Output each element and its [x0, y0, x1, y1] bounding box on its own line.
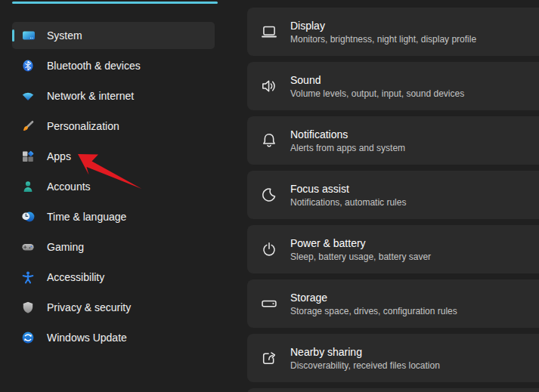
card-title: Focus assist: [290, 182, 406, 196]
bluetooth-icon: [21, 59, 35, 73]
power-icon: [260, 240, 278, 258]
sidebar-item-accounts[interactable]: Accounts: [12, 173, 215, 200]
sidebar-item-label: System: [47, 29, 82, 42]
apps-icon: [21, 150, 35, 163]
sidebar-item-apps[interactable]: Apps: [12, 143, 215, 170]
focus-assist-icon: [260, 186, 278, 204]
sidebar-item-accessibility[interactable]: Accessibility: [12, 264, 215, 291]
card-subtitle: Storage space, drives, configuration rul…: [290, 305, 457, 317]
sidebar-item-system[interactable]: System: [12, 22, 215, 49]
settings-sidebar: System Bluetooth & devices Networ: [0, 0, 246, 392]
card-title: Sound: [290, 73, 464, 88]
sidebar-item-label: Apps: [47, 150, 71, 162]
card-subtitle: Alerts from apps and system: [290, 142, 405, 154]
sidebar-item-label: Privacy & security: [47, 301, 131, 313]
card-title: Power & battery: [290, 236, 431, 251]
notifications-icon: [260, 131, 278, 150]
card-title: Nearby sharing: [290, 345, 440, 360]
card-subtitle: Discoverability, received files location: [290, 360, 440, 372]
card-focus-assist[interactable]: Focus assist Notifications, automatic ru…: [247, 171, 539, 219]
sidebar-item-label: Accessibility: [47, 271, 104, 283]
accounts-icon: [21, 180, 35, 193]
nearby-sharing-icon: [260, 349, 278, 367]
settings-card-partial[interactable]: [247, 388, 539, 392]
system-icon: [21, 29, 35, 42]
sidebar-item-bluetooth-devices[interactable]: Bluetooth & devices: [12, 52, 215, 79]
sidebar-item-label: Gaming: [47, 241, 84, 253]
sidebar-item-time-language[interactable]: Time & language: [12, 203, 215, 230]
sidebar-item-label: Personalization: [47, 120, 119, 132]
card-subtitle: Monitors, brightness, night light, displ…: [290, 33, 476, 45]
settings-card-list: Display Monitors, brightness, night ligh…: [247, 8, 539, 388]
card-subtitle: Notifications, automatic rules: [290, 196, 406, 208]
gaming-icon: [21, 240, 35, 254]
selection-indicator: [12, 29, 14, 42]
sidebar-item-personalization[interactable]: Personalization: [12, 113, 215, 140]
sidebar-item-network-internet[interactable]: Network & internet: [12, 82, 215, 110]
sidebar-nav: System Bluetooth & devices Networ: [12, 22, 215, 354]
storage-icon: [260, 295, 278, 313]
personalization-icon: [21, 119, 35, 133]
card-title: Display: [290, 19, 476, 33]
search-box-accent-underline: [12, 2, 218, 4]
card-nearby-sharing[interactable]: Nearby sharing Discoverability, received…: [247, 334, 539, 382]
sidebar-item-gaming[interactable]: Gaming: [12, 233, 215, 261]
card-power-battery[interactable]: Power & battery Sleep, battery usage, ba…: [247, 225, 539, 273]
card-display[interactable]: Display Monitors, brightness, night ligh…: [247, 8, 539, 56]
sidebar-item-windows-update[interactable]: Windows Update: [12, 324, 215, 351]
sidebar-item-label: Network & internet: [47, 90, 134, 102]
time-language-icon: [21, 210, 35, 224]
card-title: Notifications: [290, 128, 405, 142]
accessibility-icon: [21, 270, 35, 284]
card-subtitle: Volume levels, output, input, sound devi…: [290, 88, 464, 100]
card-notifications[interactable]: Notifications Alerts from apps and syste…: [247, 116, 539, 165]
display-icon: [260, 23, 278, 41]
card-subtitle: Sleep, battery usage, battery saver: [290, 251, 431, 263]
sound-icon: [260, 77, 278, 95]
windows-update-icon: [21, 331, 35, 344]
network-icon: [21, 89, 35, 103]
card-title: Storage: [290, 291, 457, 305]
privacy-security-icon: [21, 301, 35, 314]
sidebar-item-privacy-security[interactable]: Privacy & security: [12, 294, 215, 321]
card-storage[interactable]: Storage Storage space, drives, configura…: [247, 279, 539, 328]
card-sound[interactable]: Sound Volume levels, output, input, soun…: [247, 62, 539, 110]
sidebar-item-label: Bluetooth & devices: [47, 60, 141, 72]
sidebar-item-label: Windows Update: [47, 332, 127, 344]
sidebar-item-label: Time & language: [47, 211, 126, 223]
sidebar-item-label: Accounts: [47, 181, 91, 193]
